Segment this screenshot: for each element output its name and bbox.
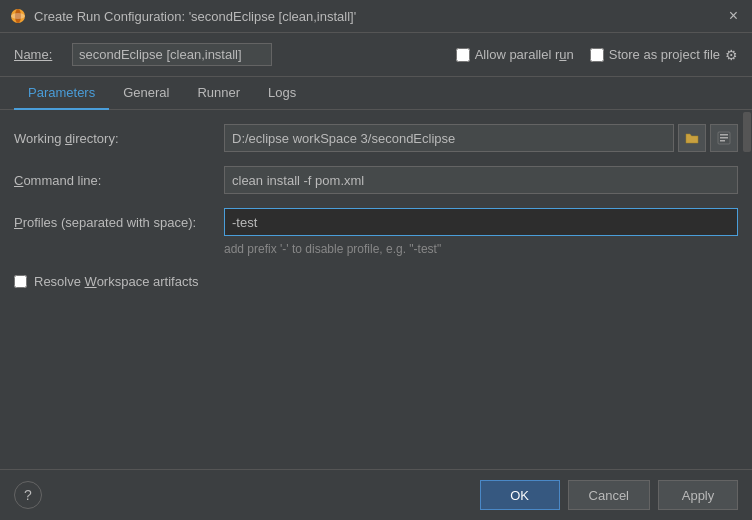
allow-parallel-group: Allow parallel run — [456, 47, 574, 62]
browse-button[interactable] — [710, 124, 738, 152]
allow-parallel-label: Allow parallel run — [475, 47, 574, 62]
tabs-bar: Parameters General Runner Logs — [0, 77, 752, 110]
folder-icon — [685, 132, 699, 144]
working-directory-input[interactable] — [224, 124, 674, 152]
tab-parameters[interactable]: Parameters — [14, 77, 109, 110]
apply-button[interactable]: Apply — [658, 480, 738, 510]
app-icon — [10, 8, 26, 24]
profiles-input[interactable] — [224, 208, 738, 236]
browse-icon — [717, 131, 731, 145]
help-button[interactable]: ? — [14, 481, 42, 509]
profiles-input-group — [224, 208, 738, 236]
title-bar: Create Run Configuration: 'secondEclipse… — [0, 0, 752, 33]
close-button[interactable]: × — [725, 6, 742, 26]
svg-point-2 — [11, 13, 25, 19]
svg-rect-4 — [720, 134, 728, 136]
resolve-workspace-label: Resolve Workspace artifacts — [34, 274, 199, 289]
store-project-checkbox[interactable] — [590, 48, 604, 62]
name-label: Name: — [14, 47, 64, 62]
button-bar: ? OK Cancel Apply — [0, 469, 752, 520]
dialog: Create Run Configuration: 'secondEclipse… — [0, 0, 752, 520]
store-project-group: Store as project file ⚙ — [590, 47, 738, 63]
allow-parallel-checkbox[interactable] — [456, 48, 470, 62]
name-options: Allow parallel run Store as project file… — [456, 47, 738, 63]
gear-icon[interactable]: ⚙ — [725, 47, 738, 63]
scrollbar-track[interactable] — [742, 110, 752, 469]
resolve-workspace-checkbox[interactable] — [14, 275, 27, 288]
main-content: Working directory: — [0, 110, 752, 469]
command-line-row: Command line: — [14, 166, 738, 194]
svg-rect-5 — [720, 137, 728, 139]
name-input[interactable] — [72, 43, 272, 66]
tab-logs[interactable]: Logs — [254, 77, 310, 110]
command-line-label: Command line: — [14, 173, 214, 188]
profiles-label: Profiles (separated with space): — [14, 215, 214, 230]
working-directory-input-group — [224, 124, 738, 152]
profiles-row: Profiles (separated with space): — [14, 208, 738, 236]
ok-button[interactable]: OK — [480, 480, 560, 510]
working-directory-row: Working directory: — [14, 124, 738, 152]
name-row: Name: Allow parallel run Store as projec… — [0, 33, 752, 77]
tab-general[interactable]: General — [109, 77, 183, 110]
svg-rect-6 — [720, 140, 725, 142]
working-directory-label: Working directory: — [14, 131, 214, 146]
content-area: Working directory: — [0, 110, 752, 469]
command-line-input-group — [224, 166, 738, 194]
scrollbar-thumb[interactable] — [743, 112, 751, 152]
command-line-input[interactable] — [224, 166, 738, 194]
cancel-button[interactable]: Cancel — [568, 480, 650, 510]
dialog-title: Create Run Configuration: 'secondEclipse… — [34, 9, 717, 24]
tab-runner[interactable]: Runner — [183, 77, 254, 110]
scrollable-area: Working directory: — [0, 110, 752, 469]
browse-folder-button[interactable] — [678, 124, 706, 152]
store-project-label: Store as project file — [609, 47, 720, 62]
profiles-hint: add prefix '-' to disable profile, e.g. … — [224, 242, 738, 256]
resolve-workspace-row: Resolve Workspace artifacts — [14, 274, 738, 289]
